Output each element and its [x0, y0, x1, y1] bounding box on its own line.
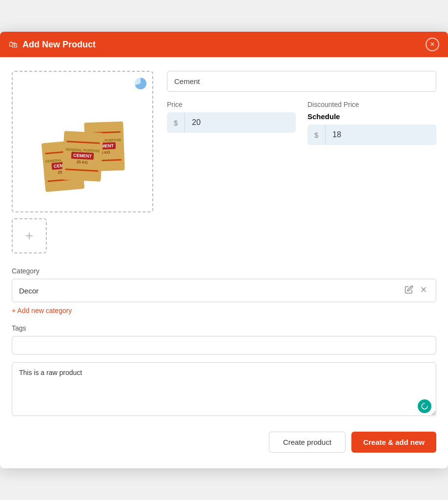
image-section: GENERAL PURPOSE CEMENT 25 KG GENERAL PUR…	[12, 71, 153, 253]
tags-input[interactable]	[12, 336, 436, 354]
product-image: GENERAL PURPOSE CEMENT 25 KG GENERAL PUR…	[34, 93, 131, 190]
description-wrapper	[12, 362, 436, 418]
discount-label: Discounted Price	[307, 101, 359, 108]
plus-icon: +	[25, 228, 33, 244]
upload-progress-badge	[134, 77, 147, 90]
product-name-input[interactable]	[167, 71, 436, 92]
product-icon: 🛍	[9, 40, 18, 50]
price-row: Price $ Discounted Price Schedule	[167, 101, 436, 145]
create-product-button[interactable]: Create product	[269, 432, 346, 453]
create-add-new-button[interactable]: Create & add new	[351, 432, 436, 453]
price-currency: $	[167, 113, 185, 133]
discount-header: Discounted Price	[307, 101, 436, 108]
add-image-button[interactable]: +	[12, 218, 47, 253]
bottom-section: Category Decor	[12, 267, 436, 457]
price-input[interactable]	[185, 112, 296, 133]
modal-footer: Create product Create & add new	[12, 432, 436, 457]
discounted-price-input-wrapper: $	[307, 125, 436, 145]
close-button[interactable]: ×	[426, 38, 439, 51]
category-row: Decor	[12, 279, 436, 302]
clear-category-button[interactable]	[418, 284, 429, 297]
price-group: Price $	[167, 101, 296, 145]
category-label: Category	[12, 267, 436, 275]
modal-title: Add New Product	[22, 40, 96, 50]
stripe-top-2	[66, 141, 100, 144]
ai-indicator	[418, 399, 431, 413]
bag-2: GENERAL PURPOSE CEMENT 25 KG	[61, 131, 103, 182]
add-product-modal: 🛍 Add New Product × GENERAL PURPOSE CEME…	[0, 32, 448, 468]
stripe-bottom-2	[65, 168, 98, 172]
modal-body: GENERAL PURPOSE CEMENT 25 KG GENERAL PUR…	[0, 57, 448, 468]
bag-weight-2: 25 KG	[77, 160, 88, 165]
edit-category-button[interactable]	[404, 284, 414, 297]
top-section: GENERAL PURPOSE CEMENT 25 KG GENERAL PUR…	[12, 71, 436, 253]
header-left: 🛍 Add New Product	[9, 40, 96, 50]
price-label: Price	[167, 101, 296, 108]
form-section: Price $ Discounted Price Schedule	[167, 71, 436, 253]
add-category-link[interactable]: + Add new category	[12, 307, 72, 314]
category-actions	[404, 284, 429, 297]
schedule-label: Schedule	[307, 112, 436, 121]
description-textarea[interactable]	[12, 362, 436, 416]
modal-header: 🛍 Add New Product ×	[0, 32, 448, 57]
tags-label: Tags	[12, 324, 436, 332]
discounted-price-input[interactable]	[326, 125, 436, 145]
category-value: Decor	[19, 287, 404, 295]
close-icon: ×	[430, 40, 434, 49]
discounted-currency: $	[307, 125, 326, 145]
main-image-box[interactable]: GENERAL PURPOSE CEMENT 25 KG GENERAL PUR…	[12, 71, 153, 212]
discounted-price-group: Discounted Price Schedule $	[307, 101, 436, 145]
price-input-wrapper: $	[167, 112, 296, 133]
bag-label-2: CEMENT	[71, 151, 94, 160]
